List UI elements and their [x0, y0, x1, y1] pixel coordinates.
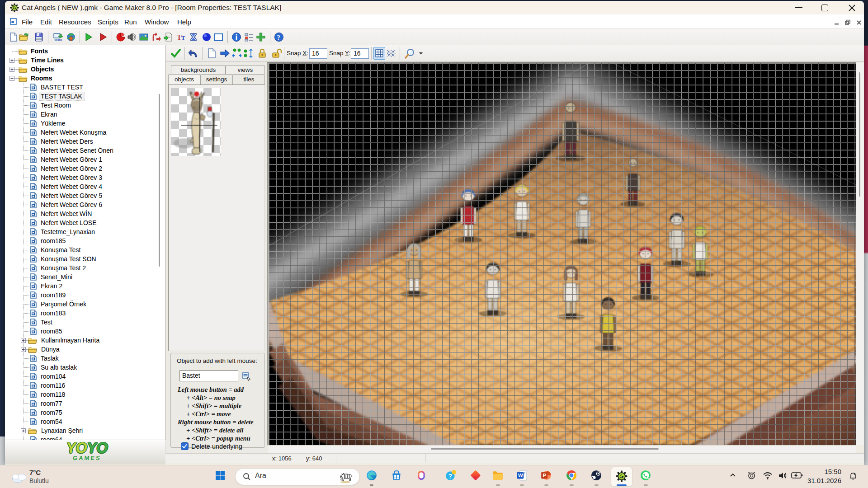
svg-text:P: P [542, 473, 546, 478]
svg-text:?: ? [448, 473, 453, 480]
svg-text:?: ? [277, 34, 281, 41]
svg-text:W: W [518, 473, 523, 478]
svg-text:z: z [854, 472, 856, 475]
svg-text:10101: 10101 [54, 38, 62, 42]
svg-text:T: T [181, 34, 185, 41]
